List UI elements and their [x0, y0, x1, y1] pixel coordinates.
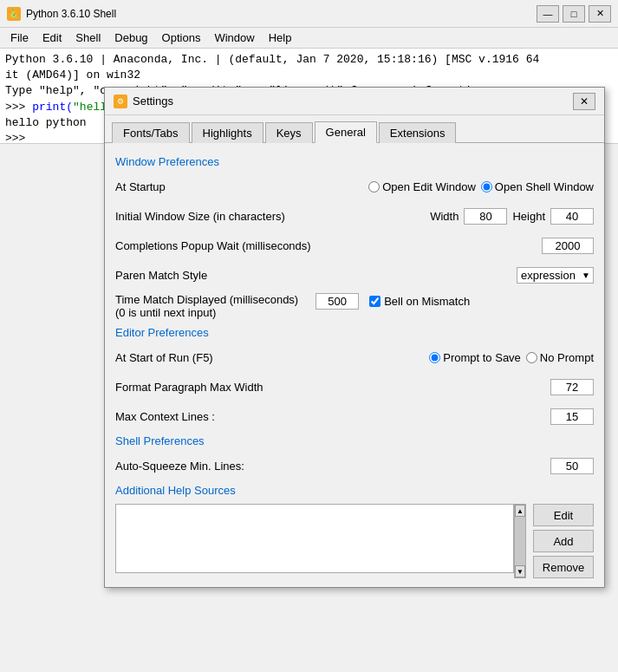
open-edit-window-label: Open Edit Window	[382, 180, 476, 193]
completions-popup-input[interactable]	[542, 238, 594, 254]
scroll-track	[515, 517, 525, 565]
bell-mismatch-option[interactable]: Bell on Mismatch	[369, 295, 470, 308]
scroll-up-button[interactable]: ▲	[515, 505, 525, 517]
open-edit-window-radio[interactable]	[368, 181, 380, 192]
width-label: Width	[430, 210, 459, 223]
completions-popup-label: Completions Popup Wait (milliseconds)	[115, 239, 311, 252]
format-para-input[interactable]	[550, 379, 594, 395]
add-button[interactable]: Add	[533, 530, 594, 552]
editor-prefs-title: Editor Preferences	[115, 326, 594, 339]
shell-titlebar: 🐍 Python 3.6.10 Shell — □ ✕	[0, 0, 618, 28]
tab-highlights[interactable]: Highlights	[192, 122, 263, 143]
time-match-row: Time Match Displayed (milliseconds) (0 i…	[115, 293, 594, 319]
scroll-down-button[interactable]: ▼	[515, 565, 525, 577]
help-sources-area: ▲ ▼ Edit Add Remove	[115, 504, 594, 578]
init-window-size-row: Initial Window Size (in characters) Widt…	[115, 205, 594, 227]
help-sources-list-container: ▲ ▼	[115, 504, 526, 578]
tab-keys[interactable]: Keys	[265, 122, 313, 143]
tab-fonts-tabs[interactable]: Fonts/Tabs	[112, 122, 190, 143]
auto-squeeze-label: Auto-Squeeze Min. Lines:	[115, 460, 244, 473]
menu-window[interactable]: Window	[207, 29, 261, 46]
at-startup-label: At Startup	[115, 180, 166, 193]
remove-button[interactable]: Remove	[533, 556, 594, 578]
menu-options[interactable]: Options	[155, 29, 208, 46]
menu-debug[interactable]: Debug	[107, 29, 154, 46]
completions-popup-row: Completions Popup Wait (milliseconds)	[115, 234, 594, 257]
open-shell-window-label: Open Shell Window	[495, 180, 594, 193]
paren-match-label: Paren Match Style	[115, 269, 207, 282]
shell-prefs-title: Shell Preferences	[115, 434, 594, 447]
close-shell-button[interactable]: ✕	[589, 5, 611, 23]
width-input[interactable]	[464, 208, 507, 225]
menu-help[interactable]: Help	[262, 29, 299, 46]
shell-title: Python 3.6.10 Shell	[26, 8, 537, 20]
max-context-row: Max Context Lines :	[115, 405, 594, 427]
run-radio-group: Prompt to Save No Prompt	[213, 351, 594, 364]
height-label: Height	[512, 210, 545, 223]
bell-mismatch-checkbox[interactable]	[369, 296, 381, 307]
settings-close-button[interactable]: ✕	[573, 93, 595, 110]
time-match-input[interactable]	[316, 293, 359, 310]
auto-squeeze-row: Auto-Squeeze Min. Lines:	[115, 454, 594, 477]
time-match-label-block: Time Match Displayed (milliseconds) (0 i…	[115, 293, 298, 319]
settings-titlebar: ⚙ Settings ✕	[105, 88, 604, 115]
shell-command: print(	[32, 101, 73, 114]
help-sources-buttons: Edit Add Remove	[533, 504, 594, 578]
python-icon: 🐍	[7, 7, 21, 21]
tab-general[interactable]: General	[315, 121, 377, 143]
open-shell-window-option[interactable]: Open Shell Window	[481, 180, 594, 193]
menu-edit[interactable]: Edit	[36, 29, 68, 46]
tab-extensions[interactable]: Extensions	[379, 122, 457, 143]
startup-radio-group: Open Edit Window Open Shell Window	[166, 180, 594, 193]
open-shell-window-radio[interactable]	[481, 181, 492, 192]
shell-window: 🐍 Python 3.6.10 Shell — □ ✕ File Edit Sh…	[0, 0, 618, 672]
max-context-label: Max Context Lines :	[115, 410, 215, 423]
menu-shell[interactable]: Shell	[68, 29, 107, 46]
paren-match-select[interactable]: none opener parens expression	[517, 267, 594, 284]
no-prompt-radio[interactable]	[526, 352, 537, 363]
format-para-label: Format Paragraph Max Width	[115, 381, 263, 394]
prompt-to-save-radio[interactable]	[429, 352, 440, 363]
help-sources-list[interactable]	[115, 504, 514, 573]
at-start-run-label: At Start of Run (F5)	[115, 351, 213, 364]
minimize-button[interactable]: —	[537, 5, 559, 23]
format-para-row: Format Paragraph Max Width	[115, 375, 594, 398]
paren-match-dropdown-group: none opener parens expression ▼	[517, 267, 594, 284]
time-match-controls: Bell on Mismatch	[316, 293, 470, 310]
no-prompt-label: No Prompt	[540, 351, 594, 364]
settings-dialog: ⚙ Settings ✕ Fonts/Tabs Highlights Keys …	[104, 87, 605, 588]
at-start-run-row: At Start of Run (F5) Prompt to Save No P…	[115, 346, 594, 369]
no-prompt-option[interactable]: No Prompt	[526, 351, 594, 364]
bell-mismatch-label: Bell on Mismatch	[384, 295, 470, 308]
shell-menubar: File Edit Shell Debug Options Window Hel…	[0, 28, 618, 49]
menu-file[interactable]: File	[3, 29, 36, 46]
window-prefs-title: Window Preferences	[115, 155, 594, 168]
prompt-to-save-label: Prompt to Save	[443, 351, 521, 364]
prompt-to-save-option[interactable]: Prompt to Save	[429, 351, 521, 364]
maximize-button[interactable]: □	[563, 5, 585, 23]
open-edit-window-option[interactable]: Open Edit Window	[368, 180, 476, 193]
time-match-label-line2: (0 is until next input)	[115, 306, 298, 319]
height-input[interactable]	[550, 208, 594, 225]
init-window-size-label: Initial Window Size (in characters)	[115, 210, 285, 223]
shell-line-2: it (AMD64)] on win32	[5, 68, 613, 83]
additional-help-title: Additional Help Sources	[115, 484, 594, 497]
settings-title: Settings	[133, 95, 573, 108]
shell-prompt-2: >>>	[5, 132, 25, 144]
settings-body: Window Preferences At Startup Open Edit …	[105, 143, 604, 587]
at-startup-row: At Startup Open Edit Window Open Shell W…	[115, 175, 594, 198]
auto-squeeze-input[interactable]	[550, 458, 594, 474]
shell-line-1: Python 3.6.10 | Anaconda, Inc. | (defaul…	[5, 52, 613, 68]
window-size-group: Width Height	[430, 208, 594, 225]
shell-prompt: >>>	[5, 101, 32, 114]
titlebar-buttons: — □ ✕	[537, 5, 611, 23]
paren-match-row: Paren Match Style none opener parens exp…	[115, 264, 594, 286]
paren-match-wrapper: none opener parens expression ▼	[517, 267, 594, 284]
tabs-bar: Fonts/Tabs Highlights Keys General Exten…	[105, 115, 604, 143]
edit-button[interactable]: Edit	[533, 504, 594, 526]
max-context-input[interactable]	[550, 408, 594, 425]
time-match-label-line1: Time Match Displayed (milliseconds)	[115, 293, 298, 306]
settings-icon: ⚙	[114, 95, 127, 108]
scrollbar: ▲ ▼	[514, 504, 526, 578]
